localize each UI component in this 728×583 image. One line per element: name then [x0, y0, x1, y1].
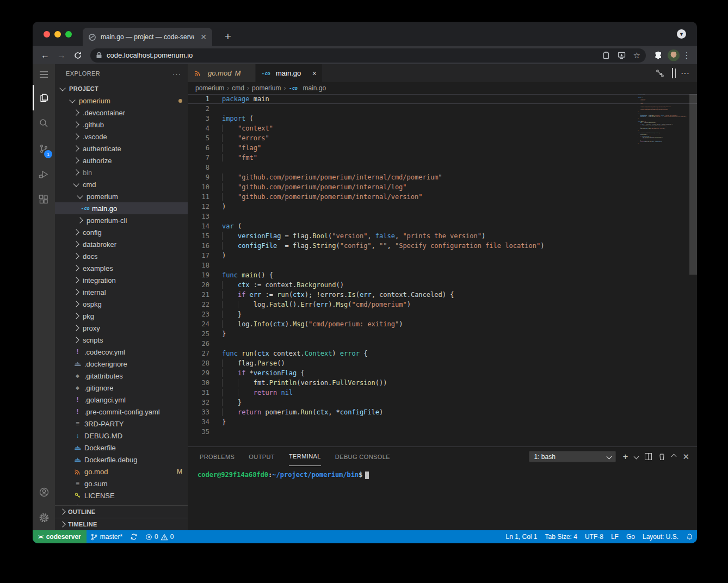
tree-item--devcontainer[interactable]: .devcontainer: [55, 107, 188, 119]
breadcrumb-item[interactable]: pomerium: [252, 84, 281, 92]
tree-item--golangci-yml[interactable]: !.golangci.yml: [55, 394, 188, 406]
eol[interactable]: LF: [607, 530, 622, 543]
code-line-14[interactable]: 14var (: [188, 221, 697, 231]
zoom-window-button[interactable]: [65, 31, 72, 38]
chrome-menu-icon[interactable]: ⋮: [682, 51, 692, 60]
tree-item--vscode[interactable]: .vscode: [55, 131, 188, 142]
tab-problems[interactable]: PROBLEMS: [200, 447, 235, 466]
reload-icon[interactable]: [71, 48, 85, 63]
tree-item-proxy[interactable]: proxy: [55, 322, 188, 334]
code-line-29[interactable]: 29 if *versionFlag {: [188, 368, 697, 378]
code-line-19[interactable]: 19func main() {: [188, 270, 697, 280]
code-line-3[interactable]: 3import (: [188, 114, 697, 123]
tree-item--github[interactable]: .github: [55, 119, 188, 131]
tab-main-go[interactable]: co main.go ×: [256, 64, 322, 82]
close-panel-icon[interactable]: ✕: [682, 452, 689, 462]
tree-item-3rd-party[interactable]: ≡3RD-PARTY: [55, 418, 188, 430]
close-window-button[interactable]: [44, 31, 50, 38]
code-line-6[interactable]: 6 "flag": [188, 143, 697, 153]
code-line-26[interactable]: 26: [188, 339, 697, 349]
code-line-33[interactable]: 33 return pomerium.Run(ctx, *configFile): [188, 407, 697, 417]
tab-go-mod[interactable]: go.mod M: [188, 64, 256, 82]
tab-search-button[interactable]: ▼: [677, 29, 686, 39]
tree-item--pre-commit-config-yaml[interactable]: !.pre-commit-config.yaml: [55, 406, 188, 418]
new-terminal-icon[interactable]: +: [622, 451, 628, 462]
address-bar[interactable]: code.localhost.pomerium.io ☆: [90, 48, 646, 63]
code-line-16[interactable]: 16 configFile = flag.String("config", ""…: [188, 241, 697, 251]
tree-item-lichen-yaml[interactable]: !lichen.yaml: [55, 501, 188, 505]
kill-terminal-icon[interactable]: [658, 453, 665, 461]
terminal[interactable]: coder@929f14a68fd0:~/project/pomerium/bi…: [188, 466, 697, 530]
code-editor[interactable]: 1package main23import (4 "context"5 "err…: [188, 94, 697, 446]
browser-profile-avatar[interactable]: [668, 49, 680, 61]
tree-item-integration[interactable]: integration: [55, 274, 188, 286]
tab-output[interactable]: OUTPUT: [249, 447, 275, 466]
tab-close-icon[interactable]: ×: [312, 69, 317, 78]
code-line-5[interactable]: 5 "errors": [188, 133, 697, 143]
code-line-18[interactable]: 18: [188, 261, 697, 270]
maximize-panel-icon[interactable]: [671, 454, 677, 460]
tree-item--dockerignore[interactable]: .dockerignore: [55, 358, 188, 370]
language-mode[interactable]: Go: [622, 530, 639, 543]
browser-tab[interactable]: main.go — project — code-server ✕: [83, 28, 212, 46]
menu-hamburger-icon[interactable]: [33, 64, 55, 85]
code-line-31[interactable]: 31 return nil: [188, 388, 697, 398]
outline-section[interactable]: OUTLINE: [55, 505, 188, 518]
install-app-icon[interactable]: [618, 52, 626, 59]
code-line-22[interactable]: 22 log.Fatal().Err(err).Msg("cmd/pomeriu…: [188, 300, 697, 309]
tree-item-go-mod[interactable]: go.modM: [55, 466, 188, 477]
run-debug-icon[interactable]: [33, 162, 55, 187]
keyboard-layout[interactable]: Layout: U.S.: [639, 530, 682, 543]
tree-item-go-sum[interactable]: ≡go.sum: [55, 477, 188, 489]
terminal-dropdown-icon[interactable]: [634, 454, 639, 460]
code-line-24[interactable]: 24 log.Info(ctx).Msg("cmd/pomerium: exit…: [188, 319, 697, 329]
breadcrumb-item[interactable]: pomerium: [195, 84, 224, 92]
tab-close-icon[interactable]: ✕: [200, 33, 207, 41]
tree-item-main-go[interactable]: comain.go: [55, 202, 188, 214]
tree-item--codecov-yml[interactable]: !.codecov.yml: [55, 346, 188, 358]
tree-item-project[interactable]: PROJECT: [55, 83, 188, 95]
search-icon[interactable]: [33, 110, 55, 136]
tree-item--gitignore[interactable]: ◆.gitignore: [55, 382, 188, 394]
sidebar-more-icon[interactable]: ···: [172, 70, 181, 78]
tree-item-dockerfile[interactable]: Dockerfile: [55, 442, 188, 454]
tree-item-config[interactable]: config: [55, 226, 188, 238]
tab-terminal[interactable]: TERMINAL: [289, 447, 321, 466]
source-control-icon[interactable]: 1: [33, 136, 55, 162]
tree-item-pomerium[interactable]: pomerium: [55, 190, 188, 202]
tree-item-docs[interactable]: docs: [55, 250, 188, 262]
tree-item--gitattributes[interactable]: ◆.gitattributes: [55, 370, 188, 382]
code-line-17[interactable]: 17): [188, 251, 697, 261]
tree-item-examples[interactable]: examples: [55, 262, 188, 274]
breadcrumb-item[interactable]: main.go: [303, 84, 326, 92]
code-line-32[interactable]: 32 }: [188, 398, 697, 407]
code-line-30[interactable]: 30 fmt.Println(version.FullVersion()): [188, 378, 697, 388]
bookmark-icon[interactable]: ☆: [633, 51, 640, 60]
code-line-9[interactable]: 9 "github.com/pomerium/pomerium/internal…: [188, 172, 697, 182]
tree-item-authenticate[interactable]: authenticate: [55, 142, 188, 154]
remote-indicator[interactable]: >< codeserver: [33, 530, 87, 543]
timeline-section[interactable]: TIMELINE: [55, 518, 188, 530]
tree-item-license[interactable]: LICENSE: [55, 489, 188, 501]
explorer-icon[interactable]: [33, 85, 55, 110]
tree-item-internal[interactable]: internal: [55, 286, 188, 298]
tree-item-authorize[interactable]: authorize: [55, 154, 188, 166]
code-line-28[interactable]: 28 flag.Parse(): [188, 358, 697, 368]
code-line-35[interactable]: 35: [188, 427, 697, 437]
settings-gear-icon[interactable]: [33, 505, 55, 530]
code-line-1[interactable]: 1package main: [188, 94, 697, 104]
extensions-icon[interactable]: [33, 187, 55, 213]
open-changes-icon[interactable]: [656, 69, 664, 78]
problems-item[interactable]: 0 0: [141, 530, 177, 543]
code-line-21[interactable]: 21 if err := run(ctx); !errors.Is(err, c…: [188, 290, 697, 300]
tree-item-pomerium[interactable]: pomerium: [55, 95, 188, 107]
code-line-8[interactable]: 8: [188, 163, 697, 172]
split-editor-icon[interactable]: [672, 69, 673, 78]
account-icon[interactable]: [33, 479, 55, 505]
encoding[interactable]: UTF-8: [581, 530, 607, 543]
tab-size[interactable]: Tab Size: 4: [541, 530, 581, 543]
editor-more-icon[interactable]: ···: [681, 69, 689, 78]
git-branch-item[interactable]: master*: [87, 530, 126, 543]
notifications-bell[interactable]: [682, 530, 697, 543]
tree-item-bin[interactable]: bin: [55, 166, 188, 178]
